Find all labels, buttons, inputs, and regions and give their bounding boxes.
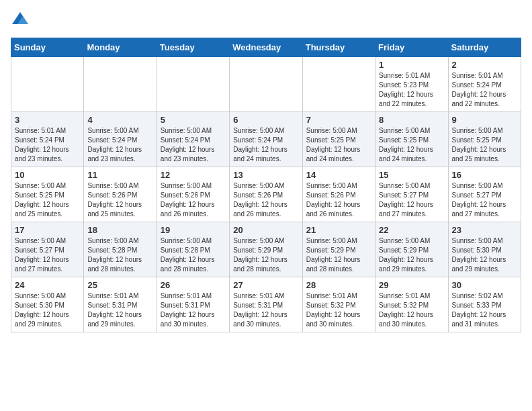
day-info: Sunrise: 5:00 AM Sunset: 5:27 PM Dayligh… xyxy=(15,236,80,274)
day-number: 14 xyxy=(306,170,371,180)
day-info: Sunrise: 5:01 AM Sunset: 5:31 PM Dayligh… xyxy=(87,291,152,329)
calendar-cell: 5Sunrise: 5:00 AM Sunset: 5:24 PM Daylig… xyxy=(157,112,229,167)
calendar-cell: 2Sunrise: 5:01 AM Sunset: 5:24 PM Daylig… xyxy=(448,57,521,112)
day-number: 27 xyxy=(233,280,298,290)
day-info: Sunrise: 5:01 AM Sunset: 5:32 PM Dayligh… xyxy=(306,291,371,329)
calendar-cell: 25Sunrise: 5:01 AM Sunset: 5:31 PM Dayli… xyxy=(84,277,157,332)
calendar-cell xyxy=(302,57,375,112)
day-info: Sunrise: 5:01 AM Sunset: 5:31 PM Dayligh… xyxy=(161,291,226,329)
calendar-cell: 9Sunrise: 5:00 AM Sunset: 5:25 PM Daylig… xyxy=(448,112,521,167)
day-number: 16 xyxy=(452,170,517,180)
page-header xyxy=(11,11,521,30)
calendar-cell: 18Sunrise: 5:00 AM Sunset: 5:28 PM Dayli… xyxy=(84,222,157,277)
day-info: Sunrise: 5:00 AM Sunset: 5:28 PM Dayligh… xyxy=(87,236,152,274)
day-info: Sunrise: 5:00 AM Sunset: 5:30 PM Dayligh… xyxy=(452,236,517,274)
day-info: Sunrise: 5:00 AM Sunset: 5:24 PM Dayligh… xyxy=(233,126,298,164)
day-number: 24 xyxy=(15,280,80,290)
calendar-week-row: 10Sunrise: 5:00 AM Sunset: 5:25 PM Dayli… xyxy=(11,167,521,222)
logo xyxy=(11,11,32,30)
day-info: Sunrise: 5:00 AM Sunset: 5:25 PM Dayligh… xyxy=(379,126,444,164)
day-info: Sunrise: 5:00 AM Sunset: 5:25 PM Dayligh… xyxy=(15,181,80,219)
day-info: Sunrise: 5:00 AM Sunset: 5:29 PM Dayligh… xyxy=(233,236,298,274)
day-info: Sunrise: 5:00 AM Sunset: 5:24 PM Dayligh… xyxy=(161,126,226,164)
day-number: 8 xyxy=(379,115,444,125)
day-info: Sunrise: 5:00 AM Sunset: 5:26 PM Dayligh… xyxy=(161,181,226,219)
day-number: 18 xyxy=(87,225,152,235)
calendar-cell: 26Sunrise: 5:01 AM Sunset: 5:31 PM Dayli… xyxy=(157,277,229,332)
day-number: 25 xyxy=(87,280,152,290)
calendar-cell: 4Sunrise: 5:00 AM Sunset: 5:24 PM Daylig… xyxy=(84,112,157,167)
day-info: Sunrise: 5:00 AM Sunset: 5:27 PM Dayligh… xyxy=(452,181,517,219)
day-number: 7 xyxy=(306,115,371,125)
calendar-cell: 1Sunrise: 5:01 AM Sunset: 5:23 PM Daylig… xyxy=(375,57,448,112)
weekday-header: Monday xyxy=(84,38,157,57)
calendar-cell: 21Sunrise: 5:00 AM Sunset: 5:29 PM Dayli… xyxy=(302,222,375,277)
calendar-cell xyxy=(230,57,302,112)
calendar-cell: 10Sunrise: 5:00 AM Sunset: 5:25 PM Dayli… xyxy=(11,167,84,222)
day-number: 20 xyxy=(233,225,298,235)
day-number: 12 xyxy=(161,170,226,180)
day-number: 9 xyxy=(452,115,517,125)
calendar-cell: 12Sunrise: 5:00 AM Sunset: 5:26 PM Dayli… xyxy=(157,167,229,222)
calendar-cell xyxy=(157,57,229,112)
day-number: 26 xyxy=(161,280,226,290)
day-info: Sunrise: 5:01 AM Sunset: 5:24 PM Dayligh… xyxy=(452,71,517,109)
calendar-cell: 7Sunrise: 5:00 AM Sunset: 5:25 PM Daylig… xyxy=(302,112,375,167)
calendar-cell: 3Sunrise: 5:01 AM Sunset: 5:24 PM Daylig… xyxy=(11,112,84,167)
day-info: Sunrise: 5:00 AM Sunset: 5:26 PM Dayligh… xyxy=(306,181,371,219)
day-number: 22 xyxy=(379,225,444,235)
calendar-week-row: 1Sunrise: 5:01 AM Sunset: 5:23 PM Daylig… xyxy=(11,57,521,112)
calendar-cell: 6Sunrise: 5:00 AM Sunset: 5:24 PM Daylig… xyxy=(230,112,302,167)
day-info: Sunrise: 5:01 AM Sunset: 5:24 PM Dayligh… xyxy=(15,126,80,164)
weekday-header: Tuesday xyxy=(157,38,229,57)
calendar-cell: 11Sunrise: 5:00 AM Sunset: 5:26 PM Dayli… xyxy=(84,167,157,222)
calendar-cell: 16Sunrise: 5:00 AM Sunset: 5:27 PM Dayli… xyxy=(448,167,521,222)
day-number: 11 xyxy=(87,170,152,180)
day-info: Sunrise: 5:00 AM Sunset: 5:26 PM Dayligh… xyxy=(87,181,152,219)
day-number: 23 xyxy=(452,225,517,235)
calendar-cell: 29Sunrise: 5:01 AM Sunset: 5:32 PM Dayli… xyxy=(375,277,448,332)
calendar-cell: 15Sunrise: 5:00 AM Sunset: 5:27 PM Dayli… xyxy=(375,167,448,222)
calendar-cell: 28Sunrise: 5:01 AM Sunset: 5:32 PM Dayli… xyxy=(302,277,375,332)
calendar-cell xyxy=(11,57,84,112)
calendar-cell: 14Sunrise: 5:00 AM Sunset: 5:26 PM Dayli… xyxy=(302,167,375,222)
weekday-header: Sunday xyxy=(11,38,84,57)
calendar-cell: 22Sunrise: 5:00 AM Sunset: 5:29 PM Dayli… xyxy=(375,222,448,277)
day-info: Sunrise: 5:02 AM Sunset: 5:33 PM Dayligh… xyxy=(452,291,517,329)
calendar-cell: 8Sunrise: 5:00 AM Sunset: 5:25 PM Daylig… xyxy=(375,112,448,167)
day-number: 5 xyxy=(161,115,226,125)
day-number: 4 xyxy=(87,115,152,125)
weekday-header: Saturday xyxy=(448,38,521,57)
day-number: 29 xyxy=(379,280,444,290)
day-info: Sunrise: 5:00 AM Sunset: 5:29 PM Dayligh… xyxy=(379,236,444,274)
calendar-week-row: 24Sunrise: 5:00 AM Sunset: 5:30 PM Dayli… xyxy=(11,277,521,332)
calendar-cell: 19Sunrise: 5:00 AM Sunset: 5:28 PM Dayli… xyxy=(157,222,229,277)
calendar-header: SundayMondayTuesdayWednesdayThursdayFrid… xyxy=(11,38,521,57)
day-number: 17 xyxy=(15,225,80,235)
calendar-cell: 13Sunrise: 5:00 AM Sunset: 5:26 PM Dayli… xyxy=(230,167,302,222)
calendar-cell: 23Sunrise: 5:00 AM Sunset: 5:30 PM Dayli… xyxy=(448,222,521,277)
day-info: Sunrise: 5:00 AM Sunset: 5:26 PM Dayligh… xyxy=(233,181,298,219)
day-info: Sunrise: 5:00 AM Sunset: 5:25 PM Dayligh… xyxy=(306,126,371,164)
calendar-cell: 27Sunrise: 5:01 AM Sunset: 5:31 PM Dayli… xyxy=(230,277,302,332)
calendar-cell xyxy=(84,57,157,112)
calendar-cell: 24Sunrise: 5:00 AM Sunset: 5:30 PM Dayli… xyxy=(11,277,84,332)
weekday-header: Thursday xyxy=(302,38,375,57)
day-info: Sunrise: 5:01 AM Sunset: 5:31 PM Dayligh… xyxy=(233,291,298,329)
day-number: 10 xyxy=(15,170,80,180)
calendar-cell: 20Sunrise: 5:00 AM Sunset: 5:29 PM Dayli… xyxy=(230,222,302,277)
day-info: Sunrise: 5:01 AM Sunset: 5:32 PM Dayligh… xyxy=(379,291,444,329)
day-number: 19 xyxy=(161,225,226,235)
day-number: 6 xyxy=(233,115,298,125)
day-number: 15 xyxy=(379,170,444,180)
day-number: 1 xyxy=(379,60,444,70)
calendar-table: SundayMondayTuesdayWednesdayThursdayFrid… xyxy=(11,38,521,332)
day-info: Sunrise: 5:00 AM Sunset: 5:24 PM Dayligh… xyxy=(87,126,152,164)
day-number: 30 xyxy=(452,280,517,290)
day-info: Sunrise: 5:00 AM Sunset: 5:25 PM Dayligh… xyxy=(452,126,517,164)
day-info: Sunrise: 5:01 AM Sunset: 5:23 PM Dayligh… xyxy=(379,71,444,109)
calendar-week-row: 17Sunrise: 5:00 AM Sunset: 5:27 PM Dayli… xyxy=(11,222,521,277)
weekday-header: Wednesday xyxy=(230,38,302,57)
calendar-cell: 30Sunrise: 5:02 AM Sunset: 5:33 PM Dayli… xyxy=(448,277,521,332)
day-info: Sunrise: 5:00 AM Sunset: 5:29 PM Dayligh… xyxy=(306,236,371,274)
